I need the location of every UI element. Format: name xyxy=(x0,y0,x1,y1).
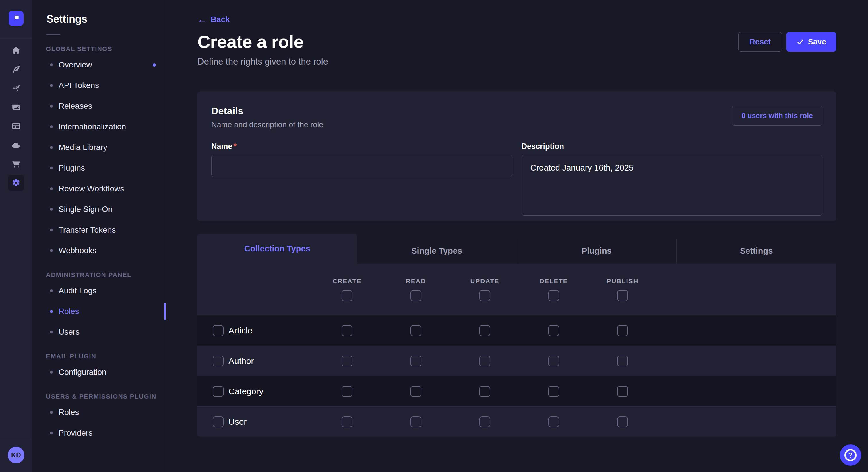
question-mark-icon: ? xyxy=(844,449,857,461)
sidebar-item-api-tokens[interactable]: API Tokens xyxy=(32,75,165,96)
permissions-section: Collection Types Single Types Plugins Se… xyxy=(197,234,836,437)
sidebar-item-roles-up[interactable]: Roles xyxy=(32,402,165,423)
user-avatar[interactable]: KD xyxy=(8,447,24,463)
author-update-checkbox[interactable] xyxy=(479,356,490,367)
users-with-role-button[interactable]: 0 users with this role xyxy=(732,105,823,126)
permissions-column-labels: CREATE READ UPDATE DELETE PUBLISH xyxy=(197,264,836,285)
check-icon xyxy=(797,38,804,45)
sidebar-item-audit-logs[interactable]: Audit Logs xyxy=(32,280,165,301)
sidebar-item-internationalization[interactable]: Internationalization xyxy=(32,116,165,137)
bullet-icon xyxy=(50,411,53,414)
select-all-read-checkbox[interactable] xyxy=(410,290,422,301)
sidebar-item-webhooks[interactable]: Webhooks xyxy=(32,240,165,261)
user-publish-checkbox[interactable] xyxy=(617,416,628,427)
category-read-checkbox[interactable] xyxy=(410,386,422,397)
sidebar-item-overview[interactable]: Overview xyxy=(32,55,165,75)
settings-gear-icon[interactable] xyxy=(11,178,21,188)
article-publish-checkbox[interactable] xyxy=(617,325,628,336)
article-read-checkbox[interactable] xyxy=(410,325,422,336)
article-create-checkbox[interactable] xyxy=(342,325,352,336)
bullet-icon xyxy=(50,229,53,231)
category-publish-checkbox[interactable] xyxy=(617,386,628,397)
sidebar-item-review-workflows[interactable]: Review Workflows xyxy=(32,178,165,199)
sidebar-item-plugins[interactable]: Plugins xyxy=(32,158,165,178)
strapi-logo[interactable] xyxy=(9,11,24,26)
category-delete-checkbox[interactable] xyxy=(548,386,559,397)
content-manager-layout-icon[interactable] xyxy=(11,121,21,131)
rail-divider-bottom xyxy=(0,440,32,440)
permissions-tabbar: Collection Types Single Types Plugins Se… xyxy=(197,234,836,264)
category-row-checkbox[interactable] xyxy=(213,386,224,397)
author-row-checkbox[interactable] xyxy=(213,356,224,367)
user-update-checkbox[interactable] xyxy=(479,416,490,427)
row-label: Category xyxy=(228,386,264,396)
deploy-paper-plane-icon[interactable] xyxy=(11,83,21,93)
select-all-update-checkbox[interactable] xyxy=(479,290,490,301)
sidebar-item-releases[interactable]: Releases xyxy=(32,96,165,116)
column-read: READ xyxy=(381,278,451,285)
bullet-icon xyxy=(50,146,53,149)
save-button[interactable]: Save xyxy=(786,32,836,52)
permission-row-author: Author xyxy=(197,345,836,376)
strapi-logo-icon xyxy=(12,14,20,23)
user-read-checkbox[interactable] xyxy=(410,416,422,427)
tab-single-types[interactable]: Single Types xyxy=(357,238,517,264)
select-all-delete-checkbox[interactable] xyxy=(548,290,559,301)
sidebar-item-providers[interactable]: Providers xyxy=(32,423,165,443)
header-actions: Reset Save xyxy=(738,32,836,52)
author-create-checkbox[interactable] xyxy=(342,356,352,367)
permissions-header: CREATE READ UPDATE DELETE PUBLISH xyxy=(197,264,836,315)
author-publish-checkbox[interactable] xyxy=(617,356,628,367)
name-field-group: Name* xyxy=(211,142,513,217)
sidebar-item-single-sign-on[interactable]: Single Sign-On xyxy=(32,199,165,220)
bullet-icon xyxy=(50,289,53,292)
description-textarea[interactable]: Created January 16th, 2025 xyxy=(522,155,823,216)
author-delete-checkbox[interactable] xyxy=(548,356,559,367)
details-title: Details xyxy=(211,105,823,116)
rail-divider xyxy=(0,38,32,39)
user-create-checkbox[interactable] xyxy=(342,416,352,427)
article-update-checkbox[interactable] xyxy=(479,325,490,336)
column-publish: PUBLISH xyxy=(588,278,657,285)
home-icon[interactable] xyxy=(11,45,21,55)
content-builder-feather-icon[interactable] xyxy=(11,65,21,74)
bullet-icon xyxy=(50,249,53,252)
marketplace-cart-icon[interactable] xyxy=(11,159,21,169)
article-delete-checkbox[interactable] xyxy=(548,325,559,336)
tab-collection-types[interactable]: Collection Types xyxy=(197,234,357,264)
select-all-publish-checkbox[interactable] xyxy=(617,290,628,301)
bullet-icon xyxy=(50,125,53,128)
help-button[interactable]: ? xyxy=(840,444,861,466)
sidebar-title-rule xyxy=(46,34,60,35)
category-create-checkbox[interactable] xyxy=(342,386,352,397)
permission-row-user: User xyxy=(197,406,836,437)
row-label: User xyxy=(228,417,247,427)
main-content: ← Back Create a role Define the rights g… xyxy=(166,0,868,472)
notification-dot xyxy=(153,63,156,67)
page-header: Create a role Define the rights given to… xyxy=(197,32,836,67)
name-input[interactable] xyxy=(211,155,513,177)
author-read-checkbox[interactable] xyxy=(410,356,422,367)
sidebar-item-media-library[interactable]: Media Library xyxy=(32,137,165,158)
details-subtitle: Name and description of the role xyxy=(211,121,823,129)
sidebar-item-transfer-tokens[interactable]: Transfer Tokens xyxy=(32,220,165,240)
tab-settings[interactable]: Settings xyxy=(676,238,836,264)
section-global-settings: GLOBAL SETTINGS xyxy=(46,45,165,53)
media-library-icon[interactable] xyxy=(11,102,21,112)
article-row-checkbox[interactable] xyxy=(213,325,224,336)
reset-button[interactable]: Reset xyxy=(738,32,782,52)
sidebar-item-roles-admin[interactable]: Roles xyxy=(32,301,165,322)
sidebar-item-users[interactable]: Users xyxy=(32,322,165,342)
user-row-checkbox[interactable] xyxy=(213,416,224,427)
description-label: Description xyxy=(522,142,823,151)
select-all-create-checkbox[interactable] xyxy=(342,290,352,301)
section-users-permissions-plugin: USERS & PERMISSIONS PLUGIN xyxy=(46,393,165,400)
back-link[interactable]: ← Back xyxy=(197,15,230,24)
section-email-plugin: EMAIL PLUGIN xyxy=(46,353,165,360)
user-delete-checkbox[interactable] xyxy=(548,416,559,427)
category-update-checkbox[interactable] xyxy=(479,386,490,397)
cloud-icon[interactable] xyxy=(11,140,21,150)
sidebar-item-configuration[interactable]: Configuration xyxy=(32,362,165,382)
name-label: Name* xyxy=(211,142,513,151)
tab-plugins[interactable]: Plugins xyxy=(517,238,677,264)
